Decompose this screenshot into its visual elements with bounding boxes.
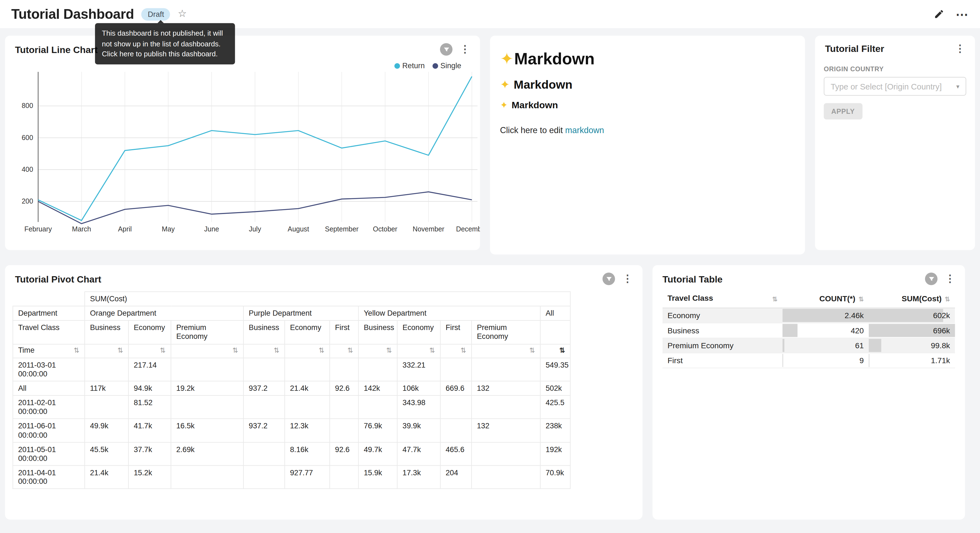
sort-icon[interactable]: ⇅ — [460, 345, 466, 354]
pivot-cell: 425.5 — [540, 396, 570, 419]
column-header-travel-class[interactable]: Travel Class⇅ — [663, 290, 783, 308]
pivot-col-header: Business — [243, 321, 285, 344]
svg-text:200: 200 — [22, 197, 33, 205]
pivot-cell: 70.9k — [540, 466, 570, 489]
markdown-card: ✦Markdown ✦Markdown ✦Markdown Click here… — [490, 36, 805, 254]
card-title: Tutorial Pivot Chart — [15, 274, 101, 284]
travel-class-cell: First — [663, 353, 783, 368]
sort-icon[interactable]: ⇅ — [274, 345, 279, 354]
pivot-cell — [471, 442, 540, 465]
more-vertical-icon[interactable]: ⋮ — [459, 45, 471, 54]
edit-icon[interactable] — [934, 9, 944, 19]
pivot-cell: 41.7k — [128, 419, 171, 442]
star-icon[interactable]: ☆ — [178, 8, 187, 19]
sort-icon[interactable]: ⇅ — [160, 345, 165, 354]
pivot-col-header: Economy — [397, 321, 440, 344]
pivot-col-header: First — [329, 321, 358, 344]
filter-indicator-icon[interactable] — [440, 43, 452, 56]
pivot-col-header: Economy — [128, 321, 171, 344]
pivot-cell: 81.52 — [128, 396, 171, 419]
pivot-row: 2011-06-01 00:00:0049.9k41.7k16.5k937.21… — [13, 419, 570, 442]
pivot-cell: 94.9k — [128, 381, 171, 396]
sort-icon[interactable]: ⇅ — [429, 345, 435, 354]
pivot-class-row: Travel ClassBusinessEconomyPremium Econo… — [13, 321, 570, 344]
pivot-sort-cell: ⇅ — [440, 344, 471, 357]
card-actions: ⋮ — [603, 273, 634, 285]
pivot-col-header: Premium Economy — [171, 321, 243, 344]
pivot-cell: 39.9k — [397, 419, 440, 442]
sort-icon[interactable]: ⇅ — [945, 295, 950, 302]
pivot-cell — [440, 396, 471, 419]
card-title: Tutorial Filter — [825, 43, 884, 54]
table-row[interactable]: Economy2.46k602k — [663, 308, 955, 323]
draft-badge[interactable]: Draft — [142, 8, 170, 20]
filter-indicator-icon[interactable] — [925, 273, 937, 285]
sort-icon[interactable]: ⇅ — [347, 345, 353, 354]
column-header-count[interactable]: COUNT(*)⇅ — [783, 290, 869, 308]
pivot-cell: 238k — [540, 419, 570, 442]
pivot-cell: 19.2k — [171, 381, 243, 396]
sort-icon[interactable]: ⇅ — [559, 345, 565, 354]
pivot-cell — [285, 357, 329, 381]
apply-button[interactable]: APPLY — [824, 103, 862, 120]
sort-icon[interactable]: ⇅ — [318, 345, 325, 354]
pivot-row: All117k94.9k19.2k937.221.4k92.6142k106k6… — [13, 381, 570, 396]
pivot-cell: 92.6 — [329, 381, 358, 396]
pivot-row-header: 2011-05-01 00:00:00 — [13, 442, 84, 465]
more-vertical-icon[interactable]: ⋮ — [954, 43, 966, 53]
table-card-header: Tutorial Table ⋮ — [652, 265, 965, 285]
pivot-col-header: Business — [85, 321, 128, 344]
card-actions: ⋮ — [440, 43, 471, 56]
pivot-sort-row: Time⇅⇅⇅⇅⇅⇅⇅⇅⇅⇅⇅⇅ — [13, 344, 570, 357]
table-row[interactable]: First91.71k — [663, 353, 955, 368]
more-vertical-icon[interactable]: ⋮ — [621, 274, 633, 284]
pivot-corner-cell — [13, 292, 84, 306]
pivot-cell — [329, 396, 358, 419]
column-header-sum-cost[interactable]: SUM(Cost)⇅ — [869, 290, 955, 308]
pivot-cell — [243, 357, 285, 381]
edit-markdown-link[interactable]: markdown — [565, 126, 604, 135]
pivot-cell — [171, 357, 243, 381]
travel-class-cell: Economy — [663, 308, 783, 323]
count-bar — [783, 354, 783, 367]
card-actions: ⋮ — [954, 43, 966, 53]
pivot-col-header: Business — [358, 321, 397, 344]
pivot-cell: 217.14 — [128, 357, 171, 381]
sort-icon[interactable]: ⇅ — [232, 345, 238, 354]
pivot-cell — [329, 466, 358, 489]
legend-item-return[interactable]: Return — [394, 61, 425, 70]
sort-icon[interactable]: ⇅ — [859, 295, 864, 302]
more-horizontal-icon[interactable]: ⋯ — [956, 11, 969, 18]
pivot-cell: 2.69k — [171, 442, 243, 465]
pivot-sort-cell: ⇅ — [329, 344, 358, 357]
legend-item-single[interactable]: Single — [432, 61, 461, 70]
pivot-metric-header: SUM(Cost) — [85, 292, 570, 306]
filter-card-header: Tutorial Filter ⋮ — [815, 36, 975, 54]
pivot-cell — [329, 419, 358, 442]
data-table: Travel Class⇅ COUNT(*)⇅ SUM(Cost)⇅ Econo… — [663, 290, 955, 369]
pivot-cell: 927.77 — [285, 466, 329, 489]
more-vertical-icon[interactable]: ⋮ — [944, 274, 956, 284]
sort-icon[interactable]: ⇅ — [772, 295, 777, 304]
pivot-cell: 117k — [85, 381, 128, 396]
markdown-h3: ✦Markdown — [500, 99, 795, 111]
pivot-card-header: Tutorial Pivot Chart ⋮ — [5, 265, 643, 285]
pivot-row: 2011-05-01 00:00:0045.5k37.7k2.69k8.16k9… — [13, 442, 570, 465]
table-row[interactable]: Premium Economy6199.8k — [663, 338, 955, 353]
select-placeholder: Type or Select [Origin Country] — [830, 81, 942, 91]
pivot-cell — [85, 357, 128, 381]
table-row[interactable]: Business420696k — [663, 323, 955, 338]
pivot-chart-card: Tutorial Pivot Chart ⋮ SUM(Cost)Departme… — [5, 265, 643, 519]
card-title: Tutorial Line Chart — [15, 44, 97, 55]
pivot-cell: 21.4k — [85, 466, 128, 489]
sort-icon[interactable]: ⇅ — [386, 345, 392, 354]
svg-text:November: November — [413, 225, 444, 233]
sort-icon[interactable]: ⇅ — [529, 345, 535, 354]
sort-icon[interactable]: ⇅ — [74, 345, 80, 354]
pivot-sort-cell: ⇅ — [397, 344, 440, 357]
filter-indicator-icon[interactable] — [603, 273, 615, 285]
pivot-department-row: DepartmentOrange DepartmentPurple Depart… — [13, 306, 570, 321]
svg-text:800: 800 — [22, 102, 33, 109]
origin-country-select[interactable]: Type or Select [Origin Country] ▾ — [824, 77, 966, 96]
sort-icon[interactable]: ⇅ — [117, 345, 123, 354]
